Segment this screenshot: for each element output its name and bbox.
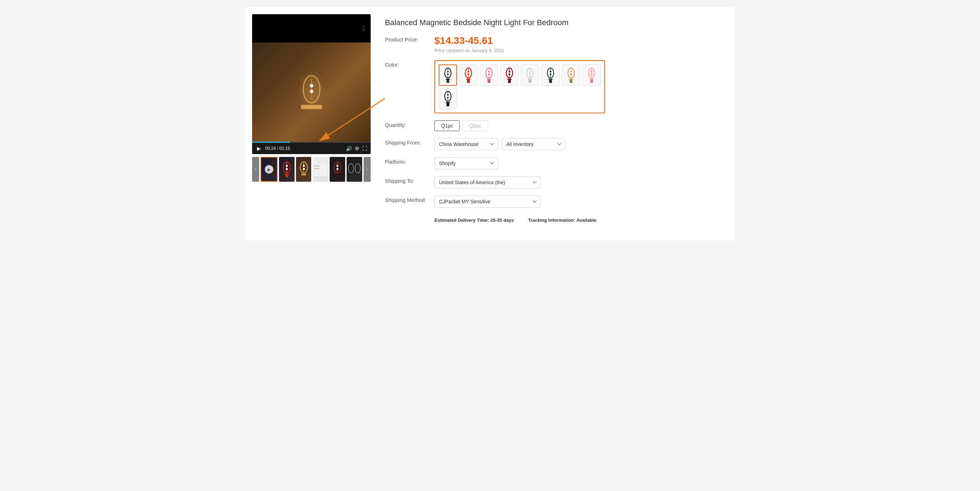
svg-rect-26 bbox=[446, 79, 450, 80]
svg-point-21 bbox=[355, 164, 360, 173]
color-swatches-wrapper: Mini Mini bbox=[434, 60, 605, 113]
shipping-to-row: Shipping To: United States of America (t… bbox=[385, 177, 728, 188]
lamp-frame bbox=[303, 75, 320, 104]
thumbnail-1[interactable]: ▶ bbox=[261, 157, 278, 182]
svg-rect-48 bbox=[508, 80, 511, 83]
settings-icon[interactable]: ⚙ bbox=[355, 146, 360, 151]
delivery-label-spacer bbox=[385, 215, 427, 216]
svg-point-63 bbox=[570, 70, 572, 72]
delivery-content: Estimated Delivery Time: 25-35 days Trac… bbox=[434, 215, 728, 223]
color-swatch-1[interactable]: Mini bbox=[439, 64, 457, 86]
video-player[interactable]:  bbox=[252, 14, 371, 154]
video-frame bbox=[252, 43, 371, 142]
shipping-method-select[interactable]: CJPacket MY Sensitive ePacket DHL Expres… bbox=[434, 196, 541, 207]
shipping-from-dropdowns: China Warehouse US Warehouse EU Warehous… bbox=[434, 138, 728, 150]
platform-select[interactable]: Shopify WooCommerce eBay bbox=[434, 157, 498, 169]
delivery-details: Estimated Delivery Time: 25-35 days Trac… bbox=[434, 217, 728, 223]
video-controls: ▶ 00:24 / 01:15 🔊 ⚙ ⛶ bbox=[252, 143, 371, 154]
svg-rect-27 bbox=[447, 80, 449, 83]
play-button[interactable]: ▶ bbox=[256, 145, 262, 152]
shipping-to-select[interactable]: United States of America (the) United Ki… bbox=[434, 177, 541, 188]
svg-rect-47 bbox=[508, 79, 512, 80]
svg-point-24 bbox=[447, 70, 449, 72]
current-time: 00:24 bbox=[265, 146, 276, 151]
apple-logo-icon:  bbox=[363, 24, 365, 33]
platform-row: Platform: Shopify WooCommerce eBay bbox=[385, 157, 728, 169]
qty-2pc-button[interactable]: Q2pc bbox=[462, 120, 487, 131]
color-swatch-3[interactable]: Mini bbox=[480, 64, 498, 86]
color-swatches-row-2 bbox=[439, 88, 601, 109]
thumb-lamp-warm bbox=[299, 161, 309, 177]
svg-rect-41 bbox=[487, 80, 490, 83]
page-container:  bbox=[245, 7, 735, 241]
svg-point-11 bbox=[303, 168, 305, 170]
color-swatch-4[interactable] bbox=[500, 64, 519, 86]
svg-rect-54 bbox=[528, 80, 531, 83]
shipping-from-row: Shipping From: China Warehouse US Wareho… bbox=[385, 138, 728, 150]
product-title: Balanced Magnetic Bedside Night Light Fo… bbox=[385, 18, 728, 28]
svg-text:params: params bbox=[314, 167, 320, 169]
thumb-play-icon: ▶ bbox=[265, 165, 273, 174]
thumb-prev-button[interactable]: ‹ bbox=[252, 157, 259, 182]
svg-point-5 bbox=[286, 168, 288, 170]
lamp-line bbox=[311, 79, 312, 100]
svg-rect-77 bbox=[446, 102, 450, 103]
thumb-next-button[interactable]: › bbox=[364, 157, 371, 182]
thumbnail-2[interactable] bbox=[279, 157, 294, 182]
price-content: $14.33-45.61 Price Updated on January 9,… bbox=[434, 35, 728, 53]
svg-point-76 bbox=[447, 97, 449, 99]
color-swatch-9[interactable] bbox=[439, 88, 457, 109]
thumbnail-4[interactable]: Product params bbox=[313, 157, 328, 182]
svg-rect-72 bbox=[590, 80, 593, 83]
color-swatch-5[interactable] bbox=[521, 64, 539, 86]
lamp-ball-top bbox=[310, 84, 313, 88]
volume-icon[interactable]: 🔊 bbox=[346, 146, 352, 151]
qty-1pc-button[interactable]: Q1pc bbox=[434, 120, 460, 131]
svg-point-52 bbox=[529, 73, 531, 75]
color-swatch-8[interactable] bbox=[582, 64, 601, 86]
svg-point-57 bbox=[550, 70, 552, 72]
swatch-lamp-3: Mini bbox=[484, 67, 494, 83]
svg-point-46 bbox=[509, 73, 511, 75]
swatch-lamp-1: Mini bbox=[442, 67, 453, 83]
tracking-info-item: Tracking Information: Available bbox=[528, 217, 597, 223]
delivery-time-label: Estimated Delivery Time: bbox=[434, 217, 489, 223]
shipping-to-label: Shipping To: bbox=[385, 177, 427, 184]
svg-rect-71 bbox=[590, 79, 594, 80]
svg-point-70 bbox=[591, 73, 593, 75]
price-row: Product Price: $14.33-45.61 Price Update… bbox=[385, 35, 728, 53]
inventory-select[interactable]: All Inventory In Stock Only bbox=[502, 138, 565, 150]
thumbnail-6[interactable] bbox=[347, 157, 362, 182]
svg-text:Mini: Mini bbox=[484, 70, 487, 73]
svg-point-75 bbox=[447, 94, 449, 96]
swatch-lamp-7 bbox=[566, 67, 576, 83]
shipping-method-row: Shipping Method: CJPacket MY Sensitive e… bbox=[385, 196, 728, 207]
svg-point-10 bbox=[303, 165, 305, 167]
thumbnail-3[interactable] bbox=[296, 157, 312, 182]
svg-point-32 bbox=[468, 73, 469, 75]
color-label: Color: bbox=[385, 60, 427, 68]
svg-point-31 bbox=[468, 70, 469, 72]
shipping-from-content: China Warehouse US Warehouse EU Warehous… bbox=[434, 138, 728, 150]
svg-point-58 bbox=[550, 73, 552, 75]
swatch-lamp-9 bbox=[442, 91, 453, 106]
svg-point-18 bbox=[336, 165, 339, 167]
color-swatch-6[interactable] bbox=[541, 64, 560, 86]
fullscreen-icon[interactable]: ⛶ bbox=[362, 146, 367, 151]
color-swatch-2[interactable]: Mini bbox=[459, 64, 477, 86]
price-label: Product Price: bbox=[385, 35, 427, 43]
shipping-method-label: Shipping Method: bbox=[385, 196, 427, 203]
svg-rect-12 bbox=[301, 174, 306, 175]
color-row: Color: Mini bbox=[385, 60, 728, 113]
svg-rect-65 bbox=[569, 79, 573, 80]
video-top-bar:  bbox=[252, 14, 371, 43]
color-swatch-7[interactable] bbox=[562, 64, 580, 86]
shipping-from-select[interactable]: China Warehouse US Warehouse EU Warehous… bbox=[434, 138, 498, 150]
shipping-from-label: Shipping From: bbox=[385, 138, 427, 146]
svg-rect-34 bbox=[467, 80, 470, 83]
price-updated: Price Updated on January 9, 2021 bbox=[434, 48, 728, 53]
thumb-lamp-icon bbox=[282, 161, 292, 177]
total-time: 01:15 bbox=[279, 146, 290, 151]
thumbnail-5[interactable] bbox=[329, 157, 345, 182]
thumb-multi bbox=[347, 161, 362, 177]
